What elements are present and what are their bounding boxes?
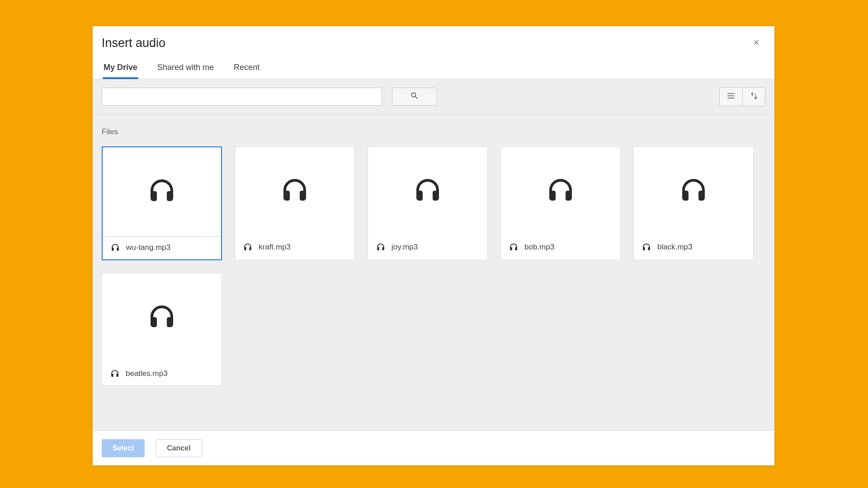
file-meta: black.mp3 bbox=[634, 236, 753, 259]
headphones-icon bbox=[679, 176, 708, 207]
headphones-icon bbox=[546, 176, 575, 207]
headphones-icon bbox=[413, 176, 442, 207]
file-meta: bob.mp3 bbox=[501, 236, 620, 259]
list-icon bbox=[726, 91, 736, 102]
headphones-icon bbox=[280, 176, 309, 207]
file-name: bob.mp3 bbox=[524, 243, 554, 252]
file-thumbnail bbox=[634, 147, 753, 236]
view-toggle-group: A Z bbox=[719, 87, 765, 106]
dialog-header: Insert audio My DriveShared with meRecen… bbox=[93, 26, 774, 79]
tab-recent[interactable]: Recent bbox=[233, 63, 260, 79]
file-card[interactable]: black.mp3 bbox=[633, 146, 754, 260]
cancel-button[interactable]: Cancel bbox=[156, 439, 202, 457]
file-name: joy.mp3 bbox=[392, 243, 418, 252]
file-grid: wu-tang.mp3kraft.mp3joy.mp3bob.mp3black.… bbox=[102, 146, 765, 386]
search-icon bbox=[410, 91, 419, 102]
tab-shared-with-me[interactable]: Shared with me bbox=[156, 63, 215, 79]
close-button[interactable] bbox=[751, 38, 762, 49]
headphones-icon bbox=[509, 243, 518, 252]
file-thumbnail bbox=[103, 147, 221, 237]
svg-text:Z: Z bbox=[754, 97, 756, 99]
tab-my-drive[interactable]: My Drive bbox=[103, 63, 138, 79]
file-meta: kraft.mp3 bbox=[235, 236, 354, 259]
picker-tabs: My DriveShared with meRecent bbox=[102, 63, 765, 79]
headphones-icon bbox=[376, 243, 385, 252]
file-card[interactable]: wu-tang.mp3 bbox=[102, 146, 222, 260]
headphones-icon bbox=[147, 303, 176, 333]
file-card[interactable]: bob.mp3 bbox=[500, 146, 621, 260]
sort-az-icon: A Z bbox=[750, 91, 759, 102]
file-name: kraft.mp3 bbox=[259, 243, 291, 252]
file-thumbnail bbox=[501, 147, 620, 236]
search-input[interactable] bbox=[102, 88, 382, 106]
dialog-footer: Select Cancel bbox=[93, 431, 774, 465]
file-thumbnail bbox=[102, 273, 222, 363]
dialog-title: Insert audio bbox=[102, 36, 765, 50]
file-browser[interactable]: Files wu-tang.mp3kraft.mp3joy.mp3bob.mp3… bbox=[93, 115, 774, 431]
sort-button[interactable]: A Z bbox=[742, 88, 765, 106]
file-name: wu-tang.mp3 bbox=[126, 243, 170, 252]
file-thumbnail bbox=[235, 147, 354, 236]
svg-text:A: A bbox=[754, 93, 756, 95]
select-button[interactable]: Select bbox=[102, 439, 145, 457]
file-meta: beatles.mp3 bbox=[102, 363, 222, 385]
insert-audio-dialog: Insert audio My DriveShared with meRecen… bbox=[93, 26, 774, 465]
headphones-icon bbox=[110, 369, 119, 378]
picker-toolbar: A Z bbox=[93, 79, 774, 115]
headphones-icon bbox=[642, 243, 651, 252]
files-section-label: Files bbox=[102, 127, 765, 136]
headphones-icon bbox=[147, 177, 176, 207]
headphones-icon bbox=[111, 243, 120, 252]
file-thumbnail bbox=[368, 147, 487, 236]
file-meta: wu-tang.mp3 bbox=[103, 237, 221, 259]
file-card[interactable]: kraft.mp3 bbox=[235, 146, 355, 260]
file-name: beatles.mp3 bbox=[126, 369, 168, 378]
search-button[interactable] bbox=[392, 88, 437, 106]
headphones-icon bbox=[243, 243, 252, 252]
file-meta: joy.mp3 bbox=[368, 236, 487, 259]
file-card[interactable]: joy.mp3 bbox=[368, 146, 488, 260]
close-icon bbox=[753, 38, 760, 47]
file-name: black.mp3 bbox=[657, 243, 692, 252]
file-card[interactable]: beatles.mp3 bbox=[102, 273, 222, 386]
list-view-button[interactable] bbox=[720, 88, 742, 106]
